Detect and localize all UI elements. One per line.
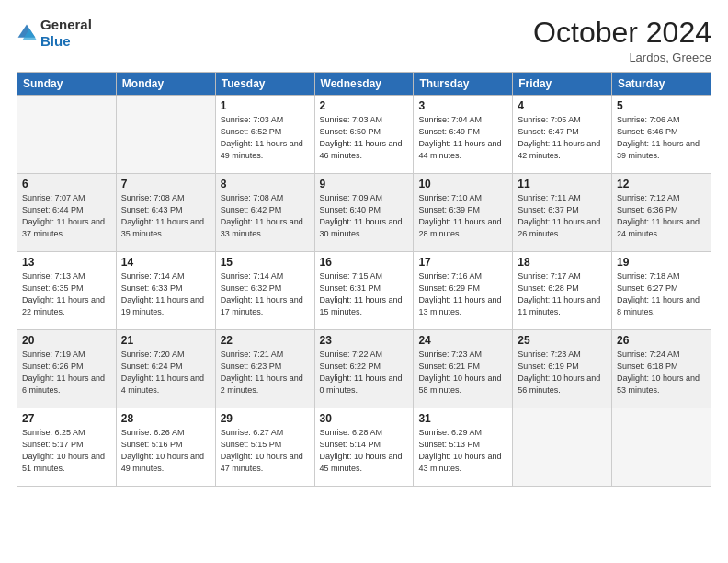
calendar: SundayMondayTuesdayWednesdayThursdayFrid… <box>17 72 711 487</box>
calendar-cell: 7Sunrise: 7:08 AM Sunset: 6:43 PM Daylig… <box>116 174 215 252</box>
cell-info: Sunrise: 6:28 AM Sunset: 5:14 PM Dayligh… <box>320 427 409 475</box>
weekday-header-saturday: Saturday <box>612 73 711 96</box>
cell-info: Sunrise: 7:08 AM Sunset: 6:42 PM Dayligh… <box>221 192 310 240</box>
calendar-cell: 29Sunrise: 6:27 AM Sunset: 5:15 PM Dayli… <box>215 408 314 487</box>
day-number: 27 <box>22 412 111 425</box>
cell-info: Sunrise: 7:05 AM Sunset: 6:47 PM Dayligh… <box>518 114 607 162</box>
header: General Blue October 2024 Lardos, Greece <box>17 17 711 64</box>
calendar-cell: 25Sunrise: 7:23 AM Sunset: 6:19 PM Dayli… <box>513 330 612 408</box>
calendar-week-row: 20Sunrise: 7:19 AM Sunset: 6:26 PM Dayli… <box>17 330 711 408</box>
cell-info: Sunrise: 7:22 AM Sunset: 6:22 PM Dayligh… <box>320 349 409 396</box>
day-number: 19 <box>617 256 706 269</box>
calendar-cell: 14Sunrise: 7:14 AM Sunset: 6:33 PM Dayli… <box>116 252 215 330</box>
cell-info: Sunrise: 7:14 AM Sunset: 6:32 PM Dayligh… <box>221 270 310 318</box>
day-number: 26 <box>617 334 706 347</box>
calendar-cell: 1Sunrise: 7:03 AM Sunset: 6:52 PM Daylig… <box>215 96 314 174</box>
cell-info: Sunrise: 7:09 AM Sunset: 6:40 PM Dayligh… <box>320 192 409 240</box>
cell-info: Sunrise: 7:18 AM Sunset: 6:27 PM Dayligh… <box>617 270 706 318</box>
logo: General Blue <box>17 17 92 50</box>
day-number: 4 <box>518 99 607 112</box>
day-number: 31 <box>418 412 507 425</box>
cell-info: Sunrise: 7:11 AM Sunset: 6:37 PM Dayligh… <box>518 192 607 240</box>
day-number: 24 <box>418 334 507 347</box>
calendar-cell <box>116 96 215 174</box>
calendar-week-row: 1Sunrise: 7:03 AM Sunset: 6:52 PM Daylig… <box>17 96 711 174</box>
calendar-cell: 17Sunrise: 7:16 AM Sunset: 6:29 PM Dayli… <box>414 252 513 330</box>
calendar-cell: 21Sunrise: 7:20 AM Sunset: 6:24 PM Dayli… <box>116 330 215 408</box>
cell-info: Sunrise: 6:26 AM Sunset: 5:16 PM Dayligh… <box>121 427 210 475</box>
calendar-week-row: 27Sunrise: 6:25 AM Sunset: 5:17 PM Dayli… <box>17 408 711 487</box>
day-number: 25 <box>518 334 607 347</box>
cell-info: Sunrise: 7:04 AM Sunset: 6:49 PM Dayligh… <box>418 114 507 162</box>
day-number: 1 <box>221 99 310 112</box>
cell-info: Sunrise: 6:27 AM Sunset: 5:15 PM Dayligh… <box>221 427 310 475</box>
day-number: 22 <box>221 334 310 347</box>
calendar-cell <box>612 408 711 487</box>
logo-general: General Blue <box>40 17 92 50</box>
calendar-cell: 9Sunrise: 7:09 AM Sunset: 6:40 PM Daylig… <box>314 174 414 252</box>
title-area: October 2024 Lardos, Greece <box>533 17 711 64</box>
day-number: 16 <box>320 256 409 269</box>
cell-info: Sunrise: 6:29 AM Sunset: 5:13 PM Dayligh… <box>418 427 507 475</box>
cell-info: Sunrise: 7:20 AM Sunset: 6:24 PM Dayligh… <box>121 349 210 396</box>
day-number: 23 <box>320 334 409 347</box>
cell-info: Sunrise: 7:15 AM Sunset: 6:31 PM Dayligh… <box>320 270 409 318</box>
weekday-header-sunday: Sunday <box>17 73 117 96</box>
day-number: 20 <box>22 334 111 347</box>
day-number: 10 <box>418 178 507 190</box>
page: General Blue October 2024 Lardos, Greece… <box>0 0 728 563</box>
calendar-cell: 3Sunrise: 7:04 AM Sunset: 6:49 PM Daylig… <box>414 96 513 174</box>
day-number: 21 <box>121 334 210 347</box>
day-number: 17 <box>418 256 507 269</box>
weekday-header-wednesday: Wednesday <box>314 73 414 96</box>
day-number: 29 <box>221 412 310 425</box>
cell-info: Sunrise: 7:23 AM Sunset: 6:19 PM Dayligh… <box>518 349 607 396</box>
calendar-cell: 18Sunrise: 7:17 AM Sunset: 6:28 PM Dayli… <box>513 252 612 330</box>
calendar-cell: 26Sunrise: 7:24 AM Sunset: 6:18 PM Dayli… <box>612 330 711 408</box>
day-number: 30 <box>320 412 409 425</box>
cell-info: Sunrise: 7:07 AM Sunset: 6:44 PM Dayligh… <box>22 192 111 240</box>
cell-info: Sunrise: 7:06 AM Sunset: 6:46 PM Dayligh… <box>617 114 706 162</box>
cell-info: Sunrise: 7:17 AM Sunset: 6:28 PM Dayligh… <box>518 270 607 318</box>
day-number: 6 <box>22 178 111 190</box>
cell-info: Sunrise: 6:25 AM Sunset: 5:17 PM Dayligh… <box>22 427 111 475</box>
weekday-header-tuesday: Tuesday <box>215 73 314 96</box>
calendar-cell: 27Sunrise: 6:25 AM Sunset: 5:17 PM Dayli… <box>17 408 117 487</box>
cell-info: Sunrise: 7:13 AM Sunset: 6:35 PM Dayligh… <box>22 270 111 318</box>
day-number: 11 <box>518 178 607 190</box>
cell-info: Sunrise: 7:14 AM Sunset: 6:33 PM Dayligh… <box>121 270 210 318</box>
month-title: October 2024 <box>533 17 711 49</box>
calendar-cell: 20Sunrise: 7:19 AM Sunset: 6:26 PM Dayli… <box>17 330 117 408</box>
calendar-cell: 12Sunrise: 7:12 AM Sunset: 6:36 PM Dayli… <box>612 174 711 252</box>
cell-info: Sunrise: 7:12 AM Sunset: 6:36 PM Dayligh… <box>617 192 706 240</box>
weekday-header-thursday: Thursday <box>414 73 513 96</box>
cell-info: Sunrise: 7:23 AM Sunset: 6:21 PM Dayligh… <box>418 349 507 396</box>
day-number: 28 <box>121 412 210 425</box>
cell-info: Sunrise: 7:03 AM Sunset: 6:52 PM Dayligh… <box>221 114 310 162</box>
cell-info: Sunrise: 7:24 AM Sunset: 6:18 PM Dayligh… <box>617 349 706 396</box>
calendar-cell: 13Sunrise: 7:13 AM Sunset: 6:35 PM Dayli… <box>17 252 117 330</box>
calendar-week-row: 6Sunrise: 7:07 AM Sunset: 6:44 PM Daylig… <box>17 174 711 252</box>
calendar-cell <box>17 96 117 174</box>
calendar-cell: 24Sunrise: 7:23 AM Sunset: 6:21 PM Dayli… <box>414 330 513 408</box>
weekday-header-monday: Monday <box>116 73 215 96</box>
day-number: 3 <box>418 99 507 112</box>
calendar-cell: 19Sunrise: 7:18 AM Sunset: 6:27 PM Dayli… <box>612 252 711 330</box>
day-number: 15 <box>221 256 310 269</box>
calendar-cell: 10Sunrise: 7:10 AM Sunset: 6:39 PM Dayli… <box>414 174 513 252</box>
calendar-cell <box>513 408 612 487</box>
cell-info: Sunrise: 7:08 AM Sunset: 6:43 PM Dayligh… <box>121 192 210 240</box>
calendar-cell: 8Sunrise: 7:08 AM Sunset: 6:42 PM Daylig… <box>215 174 314 252</box>
day-number: 5 <box>617 99 706 112</box>
cell-info: Sunrise: 7:19 AM Sunset: 6:26 PM Dayligh… <box>22 349 111 396</box>
day-number: 8 <box>221 178 310 190</box>
calendar-cell: 2Sunrise: 7:03 AM Sunset: 6:50 PM Daylig… <box>314 96 414 174</box>
calendar-week-row: 13Sunrise: 7:13 AM Sunset: 6:35 PM Dayli… <box>17 252 711 330</box>
day-number: 9 <box>320 178 409 190</box>
cell-info: Sunrise: 7:10 AM Sunset: 6:39 PM Dayligh… <box>418 192 507 240</box>
calendar-cell: 4Sunrise: 7:05 AM Sunset: 6:47 PM Daylig… <box>513 96 612 174</box>
logo-icon <box>17 23 37 43</box>
day-number: 2 <box>320 99 409 112</box>
cell-info: Sunrise: 7:21 AM Sunset: 6:23 PM Dayligh… <box>221 349 310 396</box>
location: Lardos, Greece <box>533 51 711 64</box>
